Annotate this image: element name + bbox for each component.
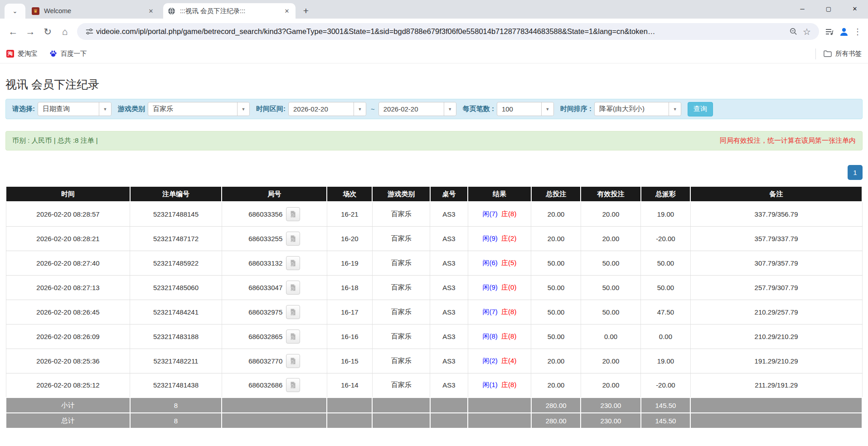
video-replay-button[interactable] [286,378,300,392]
cell-result: 闲(2) 庄(4) [468,349,531,373]
banker-result: 庄(8) [501,210,516,218]
bookmark-baidu[interactable]: 百度一下 [49,49,87,58]
folder-icon [823,49,832,58]
game-type-select[interactable]: 百家乐 ▼ [148,102,250,116]
profile-avatar-icon[interactable] [836,24,852,39]
cell-total-bet[interactable]: 50.00 [531,251,581,275]
page-1-button[interactable]: 1 [848,165,863,180]
cell-result: 闲(8) 庄(8) [468,324,531,349]
cell-total-bet[interactable]: 20.00 [531,226,581,251]
tab-close-icon[interactable]: ✕ [283,7,291,15]
video-replay-button[interactable] [286,354,300,368]
address-bar[interactable]: videoie.com/ipl/portal.php/game/betrecor… [77,23,819,40]
zoom-icon[interactable] [786,25,800,39]
chevron-down-icon: ▼ [354,102,366,116]
window-controls: ─ ▢ ✕ [789,0,868,17]
header-result: 结果 [468,186,531,202]
cell-result: 闲(6) 庄(5) [468,251,531,275]
cell-payout: 0.00 [641,324,691,349]
date-range-label: 时间区间: [256,105,286,113]
url-text[interactable]: videoie.com/ipl/portal.php/game/betrecor… [96,27,786,36]
cell-time: 2026-02-20 08:26:09 [6,324,130,349]
subtotal-total-bet: 280.00 [531,398,581,413]
date-to-value: 2026-02-20 [379,102,444,116]
player-result: 闲(9) [483,283,498,291]
video-replay-button[interactable] [286,305,300,319]
total-row: 总计 8 280.00 230.00 145.50 [6,413,862,428]
subtotal-label: 小计 [6,398,130,413]
cell-total-bet[interactable]: 50.00 [531,324,581,349]
globe-favicon-icon [168,7,175,15]
cell-bet-id: 523217484241 [130,300,222,324]
cell-game-type: 百家乐 [372,324,430,349]
cell-total-bet[interactable]: 20.00 [531,373,581,398]
cell-bet-id: 523217488145 [130,202,222,226]
tab-search-button[interactable]: ⌄ [5,4,25,19]
video-file-icon [289,333,297,340]
video-replay-button[interactable] [286,207,300,221]
player-result: 闲(7) [483,210,498,218]
all-bookmarks-button[interactable]: 所有书签 [815,48,862,59]
cell-payout: 47.50 [641,300,691,324]
video-replay-button[interactable] [286,232,300,246]
cell-total-bet[interactable]: 50.00 [531,275,581,300]
round-id-text: 686033255 [248,235,282,242]
cell-total-bet[interactable]: 20.00 [531,202,581,226]
cell-bet-id: 523217482211 [130,349,222,373]
cell-payout: -20.00 [641,373,691,398]
header-round-id: 局号 [222,186,327,202]
video-file-icon [289,357,297,365]
search-button[interactable]: 查询 [688,102,713,116]
home-icon[interactable]: ⌂ [56,23,73,40]
header-payout: 总派彩 [641,186,691,202]
game-type-value: 百家乐 [148,102,237,116]
cell-round-id: 686032770 [222,349,327,373]
cell-table-no: AS3 [430,324,468,349]
bookmark-aitaobao[interactable]: 淘 爱淘宝 [6,49,38,58]
table-row: 2026-02-20 08:28:57 523217488145 6860333… [6,202,862,226]
tab-close-icon[interactable]: ✕ [147,7,155,15]
video-replay-button[interactable] [286,256,300,270]
bet-records-table: 时间 注单编号 局号 场次 游戏类别 桌号 结果 总投注 有效投注 总派彩 备注… [5,186,863,429]
cell-session: 16-21 [327,202,372,226]
bookmark-label: 百度一下 [61,49,87,58]
close-button[interactable]: ✕ [842,0,868,17]
maximize-button[interactable]: ▢ [815,0,842,17]
query-mode-select[interactable]: 日期查询 ▼ [38,102,112,116]
cell-time: 2026-02-20 08:25:36 [6,349,130,373]
bookmark-star-icon[interactable]: ☆ [800,25,814,39]
back-icon[interactable]: ← [5,23,22,40]
cell-table-no: AS3 [430,300,468,324]
site-settings-icon[interactable] [82,25,96,39]
date-to-select[interactable]: 2026-02-20 ▼ [378,102,456,116]
table-row: 2026-02-20 08:27:13 523217485060 6860330… [6,275,862,300]
browser-tab-betrecord[interactable]: :::视讯 会员下注纪录::: ✕ [163,3,296,19]
cell-total-bet[interactable]: 50.00 [531,300,581,324]
forward-icon[interactable]: → [22,23,39,40]
video-replay-button[interactable] [286,330,300,344]
new-tab-button[interactable]: + [299,4,313,18]
table-row: 2026-02-20 08:28:21 523217487172 6860332… [6,226,862,251]
cell-payout: 19.00 [641,349,691,373]
browser-menu-icon[interactable]: ⋮ [852,27,863,37]
cell-remark: 191.29/210.29 [690,349,862,373]
cell-bet-id: 523217487172 [130,226,222,251]
cell-payout: -20.00 [641,226,691,251]
cell-total-bet[interactable]: 20.00 [531,349,581,373]
header-table-no: 桌号 [430,186,468,202]
date-from-select[interactable]: 2026-02-20 ▼ [288,102,366,116]
video-replay-button[interactable] [286,281,300,295]
time-sort-select[interactable]: 降幂(由大到小) ▼ [594,102,681,116]
cell-round-id: 686033132 [222,251,327,275]
media-controls-icon[interactable] [823,25,836,39]
cell-round-id: 686032975 [222,300,327,324]
page-size-select[interactable]: 100 ▼ [497,102,554,116]
table-row: 2026-02-20 08:26:09 523217483188 6860328… [6,324,862,349]
banker-result: 庄(2) [501,234,516,242]
minimize-button[interactable]: ─ [789,0,815,17]
reload-icon[interactable]: ↻ [39,23,56,40]
cell-table-no: AS3 [430,373,468,398]
round-id-text: 686032686 [248,381,282,389]
browser-tab-welcome[interactable]: ♛ Welcome ✕ [27,3,160,19]
cell-time: 2026-02-20 08:27:40 [6,251,130,275]
